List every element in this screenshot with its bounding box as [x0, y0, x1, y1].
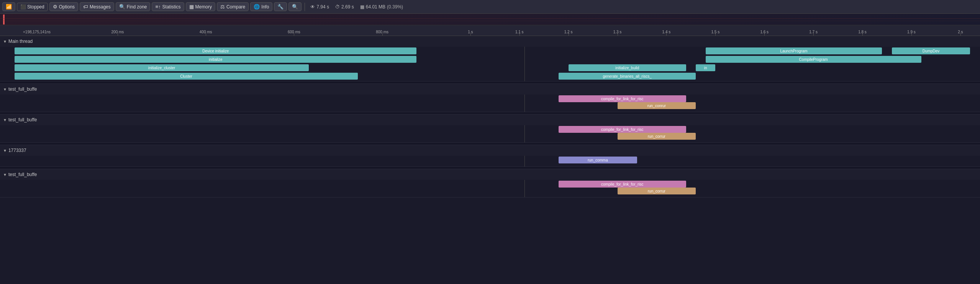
- wifi-button[interactable]: 📶: [2, 2, 15, 11]
- find-zone-icon: 🔍: [119, 4, 125, 10]
- zoom-icon: 🔍: [292, 4, 298, 10]
- span-launch-program[interactable]: LaunchProgram: [706, 47, 882, 54]
- collapse-arrow-test3: ▼: [3, 173, 7, 177]
- collapse-arrow-main: ▼: [3, 39, 7, 44]
- span-initialize-cluster[interactable]: initialize_cluster: [15, 64, 308, 71]
- span-device-initialize[interactable]: Device initialize: [15, 47, 416, 54]
- stopped-label: Stopped: [27, 4, 44, 10]
- stat-time1: 👁 7.94 s: [308, 4, 331, 10]
- time-divider-1773337: [524, 156, 525, 166]
- statistics-icon: ≡↑: [155, 4, 161, 10]
- time-divider-test1: [524, 95, 525, 112]
- options-label: Options: [59, 4, 75, 10]
- thread-header-test1[interactable]: ▼ test_full_buffe: [0, 84, 980, 95]
- span-compile-for-link-1[interactable]: compile_for_link_for_risc: [559, 95, 686, 102]
- span-run-conrur-1[interactable]: run_conrur: [618, 102, 696, 109]
- ruler-label-8: 1.4 s: [662, 30, 671, 34]
- track-line-4: Cluster generate_binaries_all_riscs_: [0, 72, 980, 80]
- separator-1: [305, 3, 305, 11]
- info-button[interactable]: 🌐 Info: [250, 2, 272, 11]
- thread-name-main: Main thread: [8, 39, 33, 44]
- tools-icon: 🔧: [277, 4, 284, 10]
- main-content: ▼ Main thread Device initialize LaunchPr…: [0, 36, 980, 284]
- thread-name-test2: test_full_buffe: [8, 117, 37, 122]
- thread-header-main[interactable]: ▼ Main thread: [0, 36, 980, 47]
- info-icon: 🌐: [254, 4, 260, 10]
- stat-memory-value: 64.01 MB: [366, 4, 385, 10]
- track-line-2: initialize CompileProgram: [0, 55, 980, 64]
- thread-row-test2: ▼ test_full_buffe compile_for_link_for_r…: [0, 114, 980, 143]
- stat-time1-value: 7.94 s: [316, 4, 329, 10]
- span-initialize-build[interactable]: initialize_build: [569, 64, 686, 71]
- stopped-status[interactable]: ⬛ Stopped: [17, 3, 48, 11]
- collapse-arrow-1773337: ▼: [3, 149, 7, 153]
- thread-tracks-test2: compile_for_link_for_risc run_corrur: [0, 125, 980, 142]
- stat-time2-value: 2.69 s: [341, 4, 354, 10]
- ruler-label-13: 1.9 s: [907, 30, 916, 34]
- span-initialize[interactable]: initialize: [15, 56, 416, 63]
- options-icon: ⚙: [53, 4, 57, 10]
- eye-icon: 👁: [310, 4, 315, 10]
- messages-button[interactable]: 🏷 Messages: [80, 2, 114, 11]
- stopped-icon: ⬛: [20, 4, 26, 10]
- options-button[interactable]: ⚙ Options: [49, 2, 78, 11]
- ruler-start-label: +198,175,141ns: [23, 30, 51, 34]
- ruler-label-14: 2 s: [958, 30, 963, 34]
- track-line-test3-1: compile_for_link_for_risc run_corrur: [0, 180, 980, 188]
- ruler-label-11: 1.7 s: [809, 30, 818, 34]
- thread-row-1773337: ▼ 1773337 run_comma: [0, 145, 980, 167]
- toolbar: 📶 ⬛ Stopped ⚙ Options 🏷 Messages 🔍 Find …: [0, 0, 980, 14]
- statistics-button[interactable]: ≡↑ Statistics: [152, 2, 184, 11]
- compare-button[interactable]: ⚖ Compare: [217, 2, 249, 11]
- span-run-comma[interactable]: run_comma: [559, 157, 637, 163]
- ruler-label-7: 1.3 s: [613, 30, 622, 34]
- find-zone-label: Find zone: [127, 4, 147, 10]
- timeline-overview-area: [0, 14, 980, 25]
- timeline-position-marker: [3, 15, 5, 24]
- span-compile-for-link-3[interactable]: compile_for_link_for_risc: [559, 181, 686, 188]
- thread-row-test1: ▼ test_full_buffe compile_for_link_for_r…: [0, 84, 980, 112]
- ruler-label-3: 800 ms: [376, 30, 388, 34]
- messages-icon: 🏷: [83, 4, 88, 10]
- span-generate-binaries[interactable]: generate_binaries_all_riscs_: [559, 73, 696, 80]
- span-cluster[interactable]: Cluster: [15, 73, 357, 80]
- span-dump-dev[interactable]: DumpDev: [892, 47, 970, 54]
- ruler-label-6: 1.2 s: [564, 30, 573, 34]
- track-line-test2-1: compile_for_link_for_risc run_corrur: [0, 125, 980, 134]
- memory-label: Memory: [195, 4, 212, 10]
- ruler-label-12: 1.8 s: [858, 30, 867, 34]
- tools-button[interactable]: 🔧: [274, 2, 287, 11]
- span-in[interactable]: in: [696, 64, 715, 71]
- ruler-label-1: 400 ms: [200, 30, 212, 34]
- thread-header-1773337[interactable]: ▼ 1773337: [0, 145, 980, 156]
- ruler-label-4: 1 s: [468, 30, 473, 34]
- memory-button[interactable]: ▦ Memory: [186, 2, 215, 11]
- zoom-button[interactable]: 🔍: [288, 2, 302, 11]
- thread-name-test3: test_full_buffe: [8, 172, 37, 177]
- time-divider-test2: [524, 125, 525, 142]
- timeline-overview-bar[interactable]: [0, 14, 980, 25]
- time-ruler: +198,175,141ns 200 ms400 ms600 ms800 ms1…: [0, 25, 980, 36]
- clock-icon: ⏱: [335, 4, 340, 10]
- wifi-icon: 📶: [6, 4, 12, 10]
- find-zone-button[interactable]: 🔍 Find zone: [116, 2, 151, 11]
- messages-label: Messages: [90, 4, 111, 10]
- thread-header-test2[interactable]: ▼ test_full_buffe: [0, 114, 980, 125]
- compare-icon: ⚖: [220, 4, 225, 10]
- thread-row-test3: ▼ test_full_buffe compile_for_link_for_r…: [0, 169, 980, 197]
- stat-memory-pct: (0.39%): [387, 4, 403, 10]
- time-divider-800ms: [524, 47, 525, 81]
- memory-stat-icon: ▦: [360, 4, 364, 10]
- span-run-corrur-2[interactable]: run_corrur: [618, 133, 696, 140]
- ruler-label-2: 600 ms: [288, 30, 300, 34]
- track-line-3: initialize_cluster initialize_build in: [0, 64, 980, 72]
- track-line-1: Device initialize LaunchProgram DumpDev: [0, 47, 980, 55]
- span-run-corrur-3[interactable]: run_corrur: [618, 188, 696, 194]
- thread-tracks-test1: compile_for_link_for_risc run_conrur: [0, 95, 980, 112]
- span-compile-program[interactable]: CompileProgram: [706, 56, 921, 63]
- stat-memory: ▦ 64.01 MB (0.39%): [358, 4, 405, 10]
- stat-time2: ⏱ 2.69 s: [333, 4, 356, 10]
- thread-header-test3[interactable]: ▼ test_full_buffe: [0, 169, 980, 180]
- span-compile-for-link-2[interactable]: compile_for_link_for_risc: [559, 126, 686, 133]
- thread-tracks-main: Device initialize LaunchProgram DumpDev …: [0, 47, 980, 81]
